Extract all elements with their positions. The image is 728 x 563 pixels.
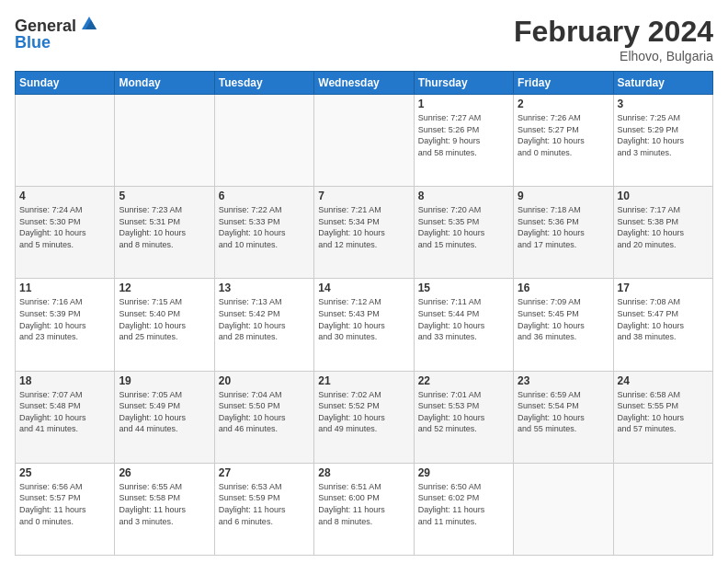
day-info: Sunrise: 7:01 AM Sunset: 5:53 PM Dayligh…: [418, 389, 509, 435]
day-info: Sunrise: 7:18 AM Sunset: 5:36 PM Dayligh…: [518, 204, 609, 250]
day-number: 29: [418, 466, 509, 479]
month-title: February 2024: [514, 15, 713, 49]
table-row: 19Sunrise: 7:05 AM Sunset: 5:49 PM Dayli…: [115, 371, 214, 463]
day-info: Sunrise: 7:08 AM Sunset: 5:47 PM Dayligh…: [618, 296, 709, 342]
day-info: Sunrise: 7:07 AM Sunset: 5:48 PM Dayligh…: [19, 389, 110, 435]
day-number: 9: [518, 190, 609, 202]
day-info: Sunrise: 7:12 AM Sunset: 5:43 PM Dayligh…: [318, 296, 409, 342]
table-row: 10Sunrise: 7:17 AM Sunset: 5:38 PM Dayli…: [613, 187, 712, 279]
day-info: Sunrise: 7:23 AM Sunset: 5:31 PM Dayligh…: [119, 204, 210, 250]
day-info: Sunrise: 7:02 AM Sunset: 5:52 PM Dayligh…: [318, 389, 409, 435]
day-info: Sunrise: 7:22 AM Sunset: 5:33 PM Dayligh…: [219, 204, 310, 250]
table-row: 29Sunrise: 6:50 AM Sunset: 6:02 PM Dayli…: [414, 463, 513, 555]
table-row: 28Sunrise: 6:51 AM Sunset: 6:00 PM Dayli…: [314, 463, 414, 555]
day-number: 23: [518, 374, 609, 387]
day-number: 15: [418, 282, 509, 294]
day-info: Sunrise: 6:56 AM Sunset: 5:57 PM Dayligh…: [19, 481, 110, 527]
day-number: 24: [618, 374, 709, 387]
day-number: 18: [19, 374, 110, 387]
day-info: Sunrise: 7:17 AM Sunset: 5:38 PM Dayligh…: [618, 204, 709, 250]
day-number: 20: [219, 374, 310, 387]
calendar: Sunday Monday Tuesday Wednesday Thursday…: [15, 71, 713, 556]
col-monday: Monday: [115, 72, 214, 95]
table-row: [314, 95, 414, 187]
page: General Blue February 2024 Elhovo, Bulga…: [0, 0, 728, 563]
calendar-week-row: 25Sunrise: 6:56 AM Sunset: 5:57 PM Dayli…: [16, 463, 713, 555]
title-area: February 2024 Elhovo, Bulgaria: [514, 15, 713, 63]
table-row: 20Sunrise: 7:04 AM Sunset: 5:50 PM Dayli…: [214, 371, 313, 463]
header: General Blue February 2024 Elhovo, Bulga…: [15, 15, 713, 63]
day-info: Sunrise: 6:55 AM Sunset: 5:58 PM Dayligh…: [119, 481, 210, 527]
table-row: 16Sunrise: 7:09 AM Sunset: 5:45 PM Dayli…: [514, 279, 613, 371]
col-tuesday: Tuesday: [214, 72, 313, 95]
day-info: Sunrise: 7:15 AM Sunset: 5:40 PM Dayligh…: [119, 296, 210, 342]
day-number: 5: [119, 190, 210, 202]
day-info: Sunrise: 6:59 AM Sunset: 5:54 PM Dayligh…: [518, 389, 609, 435]
day-info: Sunrise: 7:24 AM Sunset: 5:30 PM Dayligh…: [19, 204, 110, 250]
table-row: 5Sunrise: 7:23 AM Sunset: 5:31 PM Daylig…: [115, 187, 214, 279]
location: Elhovo, Bulgaria: [514, 49, 713, 63]
day-info: Sunrise: 7:13 AM Sunset: 5:42 PM Dayligh…: [219, 296, 310, 342]
calendar-week-row: 18Sunrise: 7:07 AM Sunset: 5:48 PM Dayli…: [16, 371, 713, 463]
col-thursday: Thursday: [414, 72, 513, 95]
days-header-row: Sunday Monday Tuesday Wednesday Thursday…: [16, 72, 713, 95]
table-row: 26Sunrise: 6:55 AM Sunset: 5:58 PM Dayli…: [115, 463, 214, 555]
logo-blue: Blue: [15, 33, 51, 52]
day-number: 17: [618, 282, 709, 294]
day-number: 13: [219, 282, 310, 294]
day-info: Sunrise: 6:58 AM Sunset: 5:55 PM Dayligh…: [618, 389, 709, 435]
day-number: 6: [219, 190, 310, 202]
day-info: Sunrise: 7:21 AM Sunset: 5:34 PM Dayligh…: [318, 204, 409, 250]
day-info: Sunrise: 7:25 AM Sunset: 5:29 PM Dayligh…: [618, 112, 709, 158]
day-number: 26: [119, 466, 210, 479]
day-number: 1: [418, 98, 509, 110]
col-wednesday: Wednesday: [314, 72, 414, 95]
table-row: 24Sunrise: 6:58 AM Sunset: 5:55 PM Dayli…: [613, 371, 712, 463]
day-number: 28: [318, 466, 409, 479]
calendar-week-row: 1Sunrise: 7:27 AM Sunset: 5:26 PM Daylig…: [16, 95, 713, 187]
table-row: 15Sunrise: 7:11 AM Sunset: 5:44 PM Dayli…: [414, 279, 513, 371]
table-row: 17Sunrise: 7:08 AM Sunset: 5:47 PM Dayli…: [613, 279, 712, 371]
day-info: Sunrise: 7:27 AM Sunset: 5:26 PM Dayligh…: [418, 112, 509, 158]
day-number: 3: [618, 98, 709, 110]
table-row: 11Sunrise: 7:16 AM Sunset: 5:39 PM Dayli…: [16, 279, 115, 371]
day-number: 16: [518, 282, 609, 294]
table-row: 25Sunrise: 6:56 AM Sunset: 5:57 PM Dayli…: [16, 463, 115, 555]
table-row: 3Sunrise: 7:25 AM Sunset: 5:29 PM Daylig…: [613, 95, 712, 187]
day-number: 7: [318, 190, 409, 202]
table-row: [613, 463, 712, 555]
table-row: 9Sunrise: 7:18 AM Sunset: 5:36 PM Daylig…: [514, 187, 613, 279]
table-row: [514, 463, 613, 555]
col-friday: Friday: [514, 72, 613, 95]
table-row: 21Sunrise: 7:02 AM Sunset: 5:52 PM Dayli…: [314, 371, 414, 463]
day-number: 25: [19, 466, 110, 479]
day-number: 12: [119, 282, 210, 294]
day-info: Sunrise: 7:05 AM Sunset: 5:49 PM Dayligh…: [119, 389, 210, 435]
table-row: 2Sunrise: 7:26 AM Sunset: 5:27 PM Daylig…: [514, 95, 613, 187]
day-number: 10: [618, 190, 709, 202]
day-info: Sunrise: 7:16 AM Sunset: 5:39 PM Dayligh…: [19, 296, 110, 342]
calendar-week-row: 4Sunrise: 7:24 AM Sunset: 5:30 PM Daylig…: [16, 187, 713, 279]
day-number: 19: [119, 374, 210, 387]
col-saturday: Saturday: [613, 72, 712, 95]
table-row: 13Sunrise: 7:13 AM Sunset: 5:42 PM Dayli…: [214, 279, 313, 371]
day-info: Sunrise: 6:50 AM Sunset: 6:02 PM Dayligh…: [418, 481, 509, 527]
day-number: 11: [19, 282, 110, 294]
logo: General Blue: [15, 15, 100, 52]
table-row: 22Sunrise: 7:01 AM Sunset: 5:53 PM Dayli…: [414, 371, 513, 463]
table-row: [214, 95, 313, 187]
day-number: 14: [318, 282, 409, 294]
day-info: Sunrise: 7:04 AM Sunset: 5:50 PM Dayligh…: [219, 389, 310, 435]
table-row: 6Sunrise: 7:22 AM Sunset: 5:33 PM Daylig…: [214, 187, 313, 279]
day-number: 2: [518, 98, 609, 110]
day-info: Sunrise: 7:11 AM Sunset: 5:44 PM Dayligh…: [418, 296, 509, 342]
table-row: 12Sunrise: 7:15 AM Sunset: 5:40 PM Dayli…: [115, 279, 214, 371]
day-info: Sunrise: 7:09 AM Sunset: 5:45 PM Dayligh…: [518, 296, 609, 342]
table-row: 7Sunrise: 7:21 AM Sunset: 5:34 PM Daylig…: [314, 187, 414, 279]
day-number: 27: [219, 466, 310, 479]
table-row: 4Sunrise: 7:24 AM Sunset: 5:30 PM Daylig…: [16, 187, 115, 279]
table-row: 23Sunrise: 6:59 AM Sunset: 5:54 PM Dayli…: [514, 371, 613, 463]
table-row: 8Sunrise: 7:20 AM Sunset: 5:35 PM Daylig…: [414, 187, 513, 279]
col-sunday: Sunday: [16, 72, 115, 95]
day-number: 4: [19, 190, 110, 202]
